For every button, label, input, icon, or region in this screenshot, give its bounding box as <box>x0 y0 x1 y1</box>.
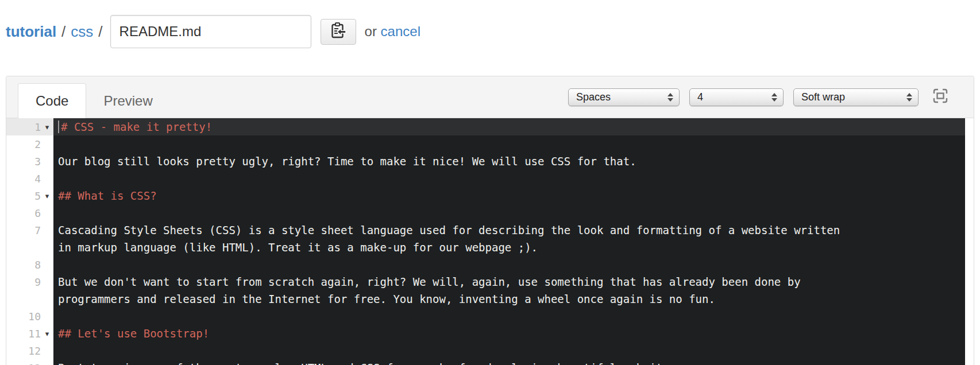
indent-mode-value: Spaces <box>576 91 611 103</box>
line-number: 10 <box>28 310 41 323</box>
code-line-5[interactable]: ## What is CSS? <box>53 187 965 204</box>
fold-toggle-icon[interactable]: ▾ <box>41 329 53 338</box>
breadcrumb-folder-link[interactable]: css <box>71 23 93 41</box>
clipboard-paste-icon <box>330 22 346 41</box>
wrap-mode-select[interactable]: Soft wrap <box>793 88 919 106</box>
code-column[interactable]: # CSS - make it pretty!Our blog still lo… <box>53 118 965 365</box>
gutter-line-7: 7 <box>6 222 53 239</box>
wrap-mode-value: Soft wrap <box>801 91 845 103</box>
text-cursor <box>58 121 59 133</box>
filename-input[interactable] <box>110 15 311 48</box>
gutter-line-6: 6 <box>6 204 53 222</box>
breadcrumb-separator: / <box>56 23 71 41</box>
select-arrows-icon <box>668 93 673 102</box>
editor-panel: Code Preview Spaces 4 Soft wrap <box>6 76 974 365</box>
tab-code[interactable]: Code <box>18 83 86 118</box>
gutter-line-11: 11▾ <box>6 325 53 342</box>
page: tutorial / css / or cancel Code Prev <box>0 0 980 365</box>
gutter-line-1: 1▾ <box>6 118 53 135</box>
gutter-line-5: 5▾ <box>6 187 53 204</box>
toolbar-controls: Spaces 4 Soft wrap <box>558 88 950 106</box>
code-line-7-row2[interactable]: in markup language (like HTML). Treat it… <box>53 239 965 256</box>
code-line-11[interactable]: ## Let's use Bootstrap! <box>53 325 965 342</box>
select-arrows-icon <box>771 93 777 102</box>
indent-size-select[interactable]: 4 <box>689 88 784 106</box>
indent-mode-select[interactable]: Spaces <box>568 88 680 106</box>
code-line-9-row1[interactable]: But we don't want to start from scratch … <box>53 273 965 290</box>
gutter-line-13: 13 <box>6 359 53 365</box>
code-line-13[interactable]: Bootstrap is one of the most popular HTM… <box>53 359 965 365</box>
breadcrumb-repo-link[interactable]: tutorial <box>6 23 56 41</box>
line-number: 13 <box>28 362 41 365</box>
tab-preview[interactable]: Preview <box>86 84 169 118</box>
gutter-line-3: 3 <box>6 153 53 170</box>
line-number: 11 <box>28 328 41 340</box>
line-number: 9 <box>34 276 41 288</box>
indent-size-value: 4 <box>697 91 703 103</box>
code-line-3[interactable]: Our blog still looks pretty ugly, right?… <box>53 153 965 170</box>
editor-toolbar: Code Preview Spaces 4 Soft wrap <box>6 76 974 118</box>
code-editor[interactable]: 1▾2345▾67891011▾1213 # CSS - make it pre… <box>6 118 974 365</box>
gutter-line-9: 9 <box>6 273 53 290</box>
copy-path-button[interactable] <box>321 19 356 45</box>
cancel-link[interactable]: cancel <box>381 24 420 39</box>
screen-full-icon <box>932 87 949 107</box>
code-line-12[interactable] <box>53 342 965 359</box>
line-number: 4 <box>34 173 41 185</box>
tab-bar: Code Preview <box>18 83 170 118</box>
code-line-7-row1[interactable]: Cascading Style Sheets (CSS) is a style … <box>53 222 965 239</box>
gutter-column: 1▾2345▾67891011▾1213 <box>6 118 53 365</box>
code-line-8[interactable] <box>53 256 965 273</box>
line-number: 3 <box>34 156 41 168</box>
gutter-line-9-wrap <box>6 290 53 308</box>
fold-toggle-icon[interactable]: ▾ <box>41 123 53 131</box>
or-text: or <box>365 24 377 39</box>
line-number: 12 <box>28 345 41 357</box>
code-line-1[interactable]: # CSS - make it pretty! <box>53 118 965 135</box>
gutter-line-12: 12 <box>6 342 53 359</box>
code-line-10[interactable] <box>53 308 965 325</box>
breadcrumb-separator: / <box>93 23 107 41</box>
gutter-line-2: 2 <box>6 135 53 153</box>
gutter-line-8: 8 <box>6 256 53 273</box>
gutter-line-7-wrap <box>6 239 53 256</box>
scrollbar-gutter[interactable] <box>965 118 974 365</box>
or-cancel: or cancel <box>365 24 420 40</box>
code-line-9-row2[interactable]: programmers and released in the Internet… <box>53 290 965 308</box>
code-line-4[interactable] <box>53 170 965 187</box>
fullscreen-button[interactable] <box>931 88 950 106</box>
line-number: 6 <box>34 207 41 219</box>
select-arrows-icon <box>906 93 912 102</box>
file-header: tutorial / css / or cancel <box>6 14 420 49</box>
gutter-line-10: 10 <box>6 308 53 325</box>
fold-toggle-icon[interactable]: ▾ <box>41 192 53 200</box>
line-number: 7 <box>34 224 41 236</box>
line-number: 8 <box>34 259 41 271</box>
gutter-line-4: 4 <box>6 170 53 187</box>
code-line-2[interactable] <box>53 135 965 153</box>
code-line-6[interactable] <box>53 204 965 222</box>
line-number: 2 <box>34 138 41 150</box>
line-number: 1 <box>34 121 41 133</box>
line-number: 5 <box>34 190 41 202</box>
